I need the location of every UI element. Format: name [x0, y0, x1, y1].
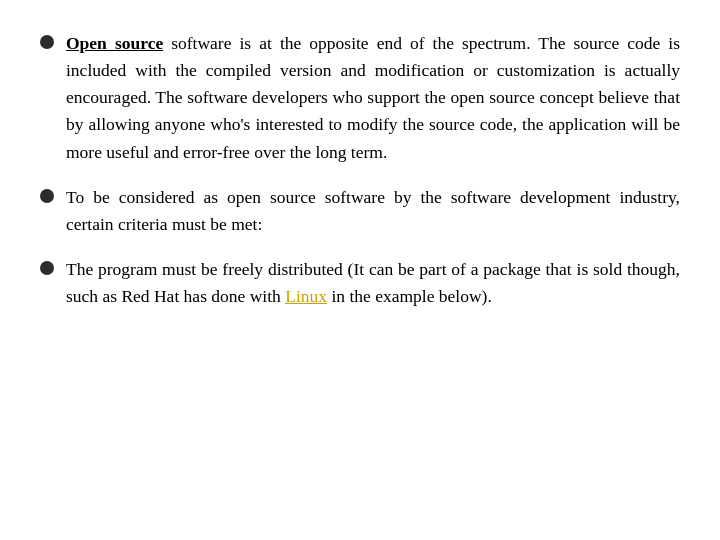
- list-item: To be considered as open source software…: [40, 184, 680, 238]
- slide-container: Open source software is at the opposite …: [0, 0, 720, 540]
- bullet-3-after-link: in the example below).: [327, 286, 492, 306]
- bullet-list: Open source software is at the opposite …: [40, 30, 680, 310]
- list-item: Open source software is at the opposite …: [40, 30, 680, 166]
- bullet-text-1: Open source software is at the opposite …: [66, 30, 680, 166]
- bullet-dot-1: [40, 35, 54, 49]
- bullet-dot-2: [40, 189, 54, 203]
- list-item: The program must be freely distributed (…: [40, 256, 680, 310]
- open-source-label: Open source: [66, 33, 163, 53]
- linux-link[interactable]: Linux: [285, 286, 327, 306]
- bullet-text-3: The program must be freely distributed (…: [66, 256, 680, 310]
- bullet-text-2: To be considered as open source software…: [66, 184, 680, 238]
- bullet-dot-3: [40, 261, 54, 275]
